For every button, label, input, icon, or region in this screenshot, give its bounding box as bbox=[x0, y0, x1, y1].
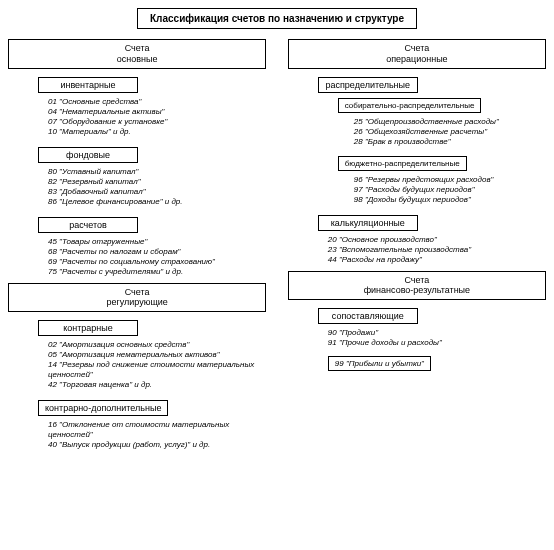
sub-kalkulyatsionnye: калькуляционные bbox=[318, 215, 418, 231]
item: 25 "Общепроизводственные расходы" bbox=[354, 117, 546, 127]
left-column: Счетаосновные инвентарные 01 "Основные с… bbox=[8, 39, 266, 456]
item: 01 "Основные средства" bbox=[48, 97, 266, 107]
diagram-columns: Счетаосновные инвентарные 01 "Основные с… bbox=[8, 39, 546, 456]
item: 44 "Расходы на продажу" bbox=[328, 255, 546, 265]
item: 97 "Расходы будущих периодов" bbox=[354, 185, 546, 195]
item: 07 "Оборудование к установке" bbox=[48, 117, 266, 127]
item: 14 "Резервы под снижение стоимости матер… bbox=[48, 360, 266, 380]
item: 68 "Расчеты по налогам и сборам" bbox=[48, 247, 266, 257]
sub-raschetov: расчетов bbox=[38, 217, 138, 233]
item: 23 "Вспомогательные производства" bbox=[328, 245, 546, 255]
item: 26 "Общехозяйственные расчеты" bbox=[354, 127, 546, 137]
item: 42 "Торговая наценка" и др. bbox=[48, 380, 266, 390]
item: 20 "Основное производство" bbox=[328, 235, 546, 245]
group-osnovnye: Счетаосновные bbox=[8, 39, 266, 69]
items-kontrarno-dopolnitelnye: 16 "Отклонение от стоимости материальных… bbox=[48, 420, 266, 450]
sub-inventarnye: инвентарные bbox=[38, 77, 138, 93]
item: 96 "Резервы предстоящих расходов" bbox=[354, 175, 546, 185]
sub-sopostavlyaushchie: сопоставляющие bbox=[318, 308, 418, 324]
item: 83 "Добавочный капитал" bbox=[48, 187, 266, 197]
items-kontrarnye: 02 "Амортизация основных средств" 05 "Ам… bbox=[48, 340, 266, 390]
item: 75 "Расчеты с учредителями" и др. bbox=[48, 267, 266, 277]
item: 69 "Расчеты по социальному страхованию" bbox=[48, 257, 266, 267]
sub-kontrarno-dopolnitelnye: контрарно-дополнительные bbox=[38, 400, 168, 416]
right-column: Счетаоперационные распределительные соби… bbox=[288, 39, 546, 456]
item: 05 "Амортизация нематериальных активов" bbox=[48, 350, 266, 360]
item: 10 "Материалы" и др. bbox=[48, 127, 266, 137]
items-inventarnye: 01 "Основные средства" 04 "Нематериальны… bbox=[48, 97, 266, 137]
sub-raspredelitelnye: распределительные bbox=[318, 77, 418, 93]
item: 04 "Нематериальные активы" bbox=[48, 107, 266, 117]
items-raschetov: 45 "Товары отгруженные" 68 "Расчеты по н… bbox=[48, 237, 266, 277]
item: 16 "Отклонение от стоимости материальных… bbox=[48, 420, 266, 440]
item: 86 "Целевое финансирование" и др. bbox=[48, 197, 266, 207]
item: 40 "Выпуск продукции (работ, услуг)" и д… bbox=[48, 440, 266, 450]
sub-kontrarnye: контрарные bbox=[38, 320, 138, 336]
item: 28 "Брак в производстве" bbox=[354, 137, 546, 147]
item: 80 "Уставный капитал" bbox=[48, 167, 266, 177]
group-finansovo-rezultatnye: Счетафинансово-результатные bbox=[288, 271, 546, 301]
single-pribyli-ubytki: 99 "Прибыли и убытки" bbox=[328, 356, 431, 371]
items-sopostavlyaushchie: 90 "Продажи" 91 "Прочие доходы и расходы… bbox=[328, 328, 546, 348]
sub-fondovye: фондовые bbox=[38, 147, 138, 163]
item: 02 "Амортизация основных средств" bbox=[48, 340, 266, 350]
group-reguliruyushchie: Счетарегулирующие bbox=[8, 283, 266, 313]
item: 91 "Прочие доходы и расходы" bbox=[328, 338, 546, 348]
item: 82 "Резервный капитал" bbox=[48, 177, 266, 187]
item: 98 "Доходы будущих периодов" bbox=[354, 195, 546, 205]
items-kalkulyatsionnye: 20 "Основное производство" 23 "Вспомогат… bbox=[328, 235, 546, 265]
sub2-sobiratelno: собирательно-распределительные bbox=[338, 98, 482, 113]
items-byudzhetno: 96 "Резервы предстоящих расходов" 97 "Ра… bbox=[354, 175, 546, 205]
group-operatsionnye: Счетаоперационные bbox=[288, 39, 546, 69]
items-fondovye: 80 "Уставный капитал" 82 "Резервный капи… bbox=[48, 167, 266, 207]
item: 90 "Продажи" bbox=[328, 328, 546, 338]
item: 45 "Товары отгруженные" bbox=[48, 237, 266, 247]
items-sobiratelno: 25 "Общепроизводственные расходы" 26 "Об… bbox=[354, 117, 546, 147]
diagram-title: Классификация счетов по назначению и стр… bbox=[137, 8, 417, 29]
sub2-byudzhetno: бюджетно-распределительные bbox=[338, 156, 467, 171]
